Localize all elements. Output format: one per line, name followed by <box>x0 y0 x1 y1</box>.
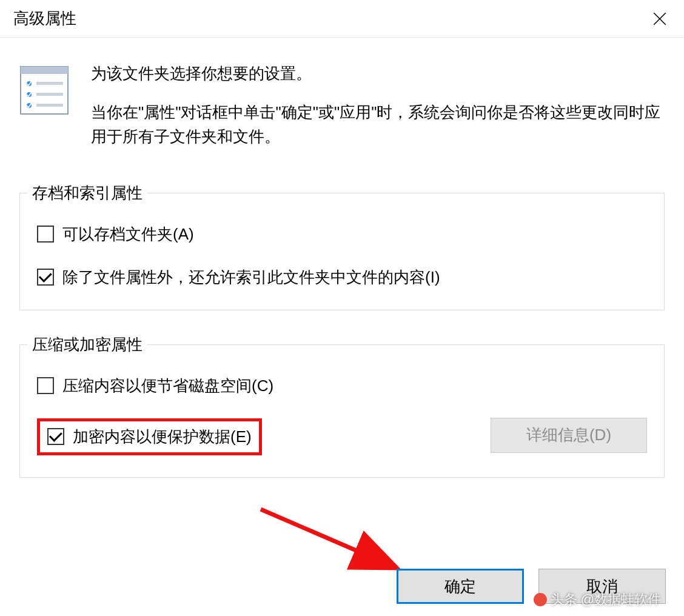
details-button-label: 详细信息(D) <box>526 424 611 446</box>
details-button: 详细信息(D) <box>491 418 647 453</box>
archive-index-group: 存档和索引属性 可以存档文件夹(A) 除了文件属性外，还允许索引此文件夹中文件的… <box>19 193 665 310</box>
intro-line1: 为该文件夹选择你想要的设置。 <box>91 63 665 84</box>
svg-rect-3 <box>21 67 68 74</box>
watermark-text: 头条 @数据蛙软件 <box>551 591 661 609</box>
index-checkbox-label: 除了文件属性外，还允许索引此文件夹中文件的内容(I) <box>62 267 440 288</box>
archive-checkbox-label: 可以存档文件夹(A) <box>62 224 194 245</box>
svg-rect-9 <box>36 104 63 107</box>
svg-line-11 <box>261 509 394 567</box>
encrypt-highlight: 加密内容以便保护数据(E) <box>37 418 262 455</box>
annotation-arrow-icon <box>258 506 415 579</box>
svg-rect-7 <box>36 93 63 96</box>
dialog-content: 为该文件夹选择你想要的设置。 当你在"属性"对话框中单击"确定"或"应用"时，系… <box>0 38 684 478</box>
watermark-icon <box>534 593 547 606</box>
close-button[interactable] <box>646 5 673 32</box>
index-checkbox[interactable] <box>37 269 54 286</box>
compress-encrypt-group: 压缩或加密属性 压缩内容以便节省磁盘空间(C) 加密内容以便保护数据(E) 详细… <box>19 344 665 478</box>
group1-title: 存档和索引属性 <box>27 182 147 204</box>
compress-checkbox[interactable] <box>37 377 54 394</box>
intro-text: 为该文件夹选择你想要的设置。 当你在"属性"对话框中单击"确定"或"应用"时，系… <box>91 63 665 149</box>
properties-icon <box>19 65 69 115</box>
ok-button-label: 确定 <box>444 576 476 597</box>
compress-checkbox-label: 压缩内容以便节省磁盘空间(C) <box>62 375 273 397</box>
archive-checkbox[interactable] <box>37 226 54 243</box>
intro-line2: 当你在"属性"对话框中单击"确定"或"应用"时，系统会询问你是否将这些更改同时应… <box>91 100 665 149</box>
archive-checkbox-row: 可以存档文件夹(A) <box>37 224 647 245</box>
titlebar: 高级属性 <box>0 0 684 38</box>
window-title: 高级属性 <box>13 8 76 29</box>
group2-title: 压缩或加密属性 <box>27 334 147 355</box>
compress-checkbox-row: 压缩内容以便节省磁盘空间(C) <box>37 375 491 397</box>
close-icon <box>652 11 668 27</box>
index-checkbox-row: 除了文件属性外，还允许索引此文件夹中文件的内容(I) <box>37 267 647 288</box>
encrypt-checkbox-label: 加密内容以便保护数据(E) <box>73 426 252 447</box>
svg-rect-5 <box>36 82 63 85</box>
encrypt-checkbox[interactable] <box>47 428 64 445</box>
intro-section: 为该文件夹选择你想要的设置。 当你在"属性"对话框中单击"确定"或"应用"时，系… <box>19 63 665 149</box>
ok-button[interactable]: 确定 <box>397 569 524 604</box>
watermark: 头条 @数据蛙软件 <box>534 591 661 609</box>
